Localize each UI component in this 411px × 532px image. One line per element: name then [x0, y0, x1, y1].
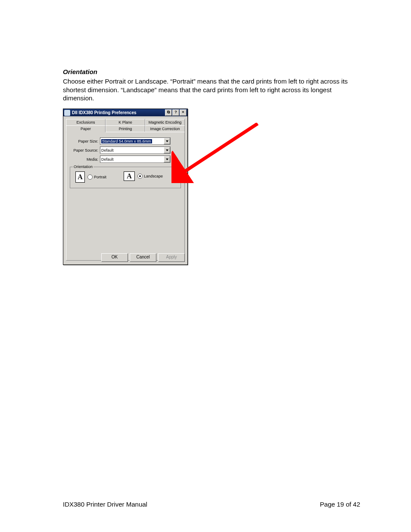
titlebar-close-button[interactable]: ×: [180, 109, 187, 116]
media-row: Media: Default: [69, 156, 171, 163]
tab-exclusions[interactable]: Exclusions: [66, 119, 106, 125]
landscape-radio[interactable]: [137, 174, 143, 179]
chevron-down-icon[interactable]: [164, 138, 170, 144]
printing-preferences-dialog: DII IDX380 Printing Preferences ⧉ ? × Ex…: [63, 109, 188, 265]
orientation-landscape-item: A Landscape: [124, 171, 163, 181]
media-dropdown[interactable]: Default: [100, 156, 171, 163]
tab-paper[interactable]: Paper: [66, 125, 106, 132]
paper-size-label: Paper Size:: [69, 139, 100, 143]
portrait-label: Portrait: [94, 175, 106, 179]
orientation-group-label: Orientation: [73, 165, 93, 169]
paper-source-row: Paper Source: Default: [69, 146, 171, 154]
chevron-down-icon[interactable]: [164, 156, 170, 162]
paper-source-label: Paper Source:: [69, 148, 100, 152]
footer-right: Page 19 of 42: [320, 501, 360, 508]
portrait-radio[interactable]: [87, 174, 93, 180]
tab-magnetic-encoding[interactable]: Magnetic Encoding: [145, 119, 185, 125]
orientation-groupbox: Orientation A Portrait A Landscape: [70, 167, 181, 188]
paper-size-row: Paper Size: Standard 54.0mm x 85.6mm: [69, 137, 171, 145]
page-footer: IDX380 Printer Driver Manual Page 19 of …: [63, 501, 360, 508]
titlebar-title: DII IDX380 Printing Preferences: [72, 110, 165, 115]
paper-size-value: Standard 54.0mm x 85.6mm: [101, 139, 152, 143]
apply-button[interactable]: Apply: [158, 253, 185, 262]
tab-image-correction[interactable]: Image Correction: [145, 125, 185, 132]
cancel-button[interactable]: Cancel: [130, 253, 156, 262]
tab-k-plane[interactable]: K Plane: [106, 119, 145, 125]
paper-size-dropdown[interactable]: Standard 54.0mm x 85.6mm: [100, 137, 171, 145]
media-label: Media:: [69, 157, 100, 162]
printer-icon: [64, 110, 70, 116]
portrait-icon: A: [75, 171, 85, 183]
svg-line-1: [180, 124, 258, 174]
ok-button[interactable]: OK: [101, 253, 128, 262]
paper-source-value: Default: [101, 148, 114, 152]
dialog-button-bar: OK Cancel Apply: [101, 253, 185, 262]
landscape-label: Landscape: [144, 174, 163, 178]
titlebar-help-button[interactable]: ?: [172, 109, 179, 116]
page-content: Orientation Choose either Portrait or La…: [63, 68, 360, 110]
media-value: Default: [101, 157, 114, 162]
orientation-portrait-item: A Portrait: [75, 171, 106, 183]
section-body: Choose either Portrait or Landscape. “Po…: [63, 77, 360, 103]
footer-left: IDX380 Printer Driver Manual: [63, 501, 147, 508]
paper-source-dropdown[interactable]: Default: [100, 146, 171, 154]
section-title: Orientation: [63, 68, 360, 75]
titlebar-snap-button[interactable]: ⧉: [165, 109, 172, 116]
tab-row-front: Paper Printing Image Correction: [66, 125, 185, 132]
tab-row-back: Exclusions K Plane Magnetic Encoding: [66, 119, 185, 125]
chevron-down-icon[interactable]: [164, 147, 170, 153]
landscape-icon: A: [124, 171, 135, 181]
tab-paper-content: Paper Size: Standard 54.0mm x 85.6mm Pap…: [66, 132, 185, 261]
titlebar: DII IDX380 Printing Preferences ⧉ ? ×: [63, 109, 187, 116]
tab-printing[interactable]: Printing: [106, 125, 145, 132]
tab-area: Exclusions K Plane Magnetic Encoding Pap…: [66, 119, 185, 261]
